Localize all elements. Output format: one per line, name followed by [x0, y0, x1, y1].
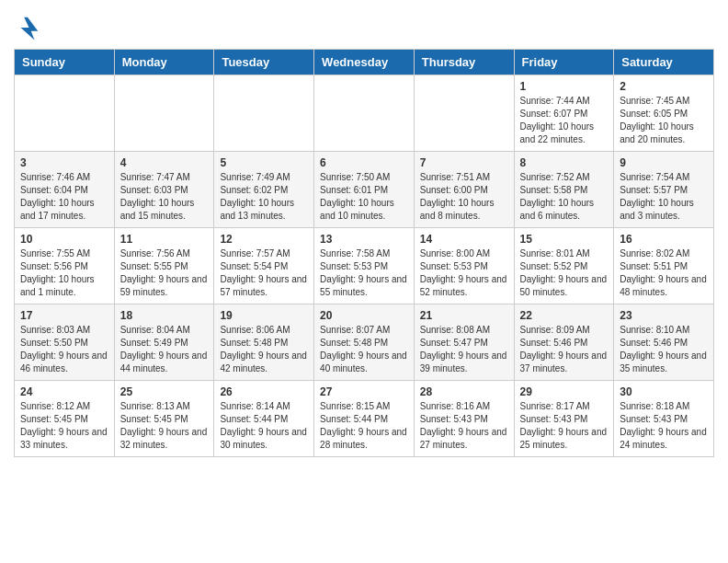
day-number: 25 [120, 385, 209, 398]
day-number: 21 [420, 309, 508, 322]
day-number: 28 [420, 385, 508, 398]
day-number: 29 [520, 385, 609, 398]
svg-marker-0 [21, 17, 39, 40]
day-cell: 24Sunrise: 8:12 AM Sunset: 5:45 PM Dayli… [15, 381, 115, 457]
day-info: Sunrise: 7:54 AM Sunset: 5:57 PM Dayligh… [620, 171, 708, 223]
day-cell [114, 75, 214, 152]
day-info: Sunrise: 7:49 AM Sunset: 6:02 PM Dayligh… [220, 171, 308, 223]
day-cell: 23Sunrise: 8:10 AM Sunset: 5:46 PM Dayli… [614, 304, 714, 381]
day-info: Sunrise: 8:16 AM Sunset: 5:43 PM Dayligh… [420, 400, 508, 452]
day-cell: 8Sunrise: 7:52 AM Sunset: 5:58 PM Daylig… [514, 152, 614, 228]
logo-icon [14, 14, 41, 41]
day-number: 1 [520, 80, 609, 93]
day-number: 11 [120, 233, 209, 246]
day-info: Sunrise: 7:51 AM Sunset: 6:00 PM Dayligh… [420, 171, 508, 223]
day-number: 13 [320, 233, 408, 246]
header-cell-tuesday: Tuesday [214, 50, 314, 75]
day-cell: 30Sunrise: 8:18 AM Sunset: 5:43 PM Dayli… [614, 381, 714, 457]
day-info: Sunrise: 8:00 AM Sunset: 5:53 PM Dayligh… [420, 247, 508, 299]
day-cell: 15Sunrise: 8:01 AM Sunset: 5:52 PM Dayli… [514, 228, 614, 304]
day-cell: 4Sunrise: 7:47 AM Sunset: 6:03 PM Daylig… [114, 152, 214, 228]
day-cell: 2Sunrise: 7:45 AM Sunset: 6:05 PM Daylig… [614, 75, 714, 152]
day-info: Sunrise: 7:50 AM Sunset: 6:01 PM Dayligh… [320, 171, 408, 223]
day-number: 4 [120, 156, 209, 169]
day-number: 24 [20, 385, 108, 398]
day-info: Sunrise: 8:13 AM Sunset: 5:45 PM Dayligh… [120, 400, 209, 452]
day-info: Sunrise: 7:55 AM Sunset: 5:56 PM Dayligh… [20, 247, 108, 299]
day-info: Sunrise: 8:07 AM Sunset: 5:48 PM Dayligh… [320, 324, 408, 375]
day-info: Sunrise: 8:14 AM Sunset: 5:44 PM Dayligh… [220, 400, 308, 452]
day-info: Sunrise: 7:45 AM Sunset: 6:05 PM Dayligh… [620, 95, 708, 146]
header-cell-saturday: Saturday [614, 50, 714, 75]
day-info: Sunrise: 8:15 AM Sunset: 5:44 PM Dayligh… [320, 400, 408, 452]
day-info: Sunrise: 8:06 AM Sunset: 5:48 PM Dayligh… [220, 324, 308, 375]
day-cell: 7Sunrise: 7:51 AM Sunset: 6:00 PM Daylig… [414, 152, 514, 228]
day-info: Sunrise: 7:46 AM Sunset: 6:04 PM Dayligh… [20, 171, 108, 223]
day-cell: 19Sunrise: 8:06 AM Sunset: 5:48 PM Dayli… [214, 304, 314, 381]
week-row-1: 1Sunrise: 7:44 AM Sunset: 6:07 PM Daylig… [15, 75, 714, 152]
day-number: 10 [20, 233, 108, 246]
day-number: 30 [620, 385, 708, 398]
day-info: Sunrise: 8:10 AM Sunset: 5:46 PM Dayligh… [620, 324, 708, 375]
day-info: Sunrise: 8:04 AM Sunset: 5:49 PM Dayligh… [120, 324, 209, 375]
calendar-body: 1Sunrise: 7:44 AM Sunset: 6:07 PM Daylig… [15, 75, 714, 457]
day-cell: 20Sunrise: 8:07 AM Sunset: 5:48 PM Dayli… [314, 304, 415, 381]
day-number: 14 [420, 233, 508, 246]
day-cell [314, 75, 415, 152]
day-info: Sunrise: 8:18 AM Sunset: 5:43 PM Dayligh… [620, 400, 708, 452]
header-row: SundayMondayTuesdayWednesdayThursdayFrid… [15, 50, 714, 75]
day-cell: 10Sunrise: 7:55 AM Sunset: 5:56 PM Dayli… [15, 228, 115, 304]
day-info: Sunrise: 8:01 AM Sunset: 5:52 PM Dayligh… [520, 247, 609, 299]
page-header [14, 9, 714, 41]
day-info: Sunrise: 7:57 AM Sunset: 5:54 PM Dayligh… [220, 247, 308, 299]
day-cell: 11Sunrise: 7:56 AM Sunset: 5:55 PM Dayli… [114, 228, 214, 304]
day-cell: 13Sunrise: 7:58 AM Sunset: 5:53 PM Dayli… [314, 228, 415, 304]
day-info: Sunrise: 8:12 AM Sunset: 5:45 PM Dayligh… [20, 400, 108, 452]
day-number: 17 [20, 309, 108, 322]
day-number: 18 [120, 309, 209, 322]
day-cell: 5Sunrise: 7:49 AM Sunset: 6:02 PM Daylig… [214, 152, 314, 228]
day-cell: 6Sunrise: 7:50 AM Sunset: 6:01 PM Daylig… [314, 152, 415, 228]
day-cell: 16Sunrise: 8:02 AM Sunset: 5:51 PM Dayli… [614, 228, 714, 304]
logo [14, 14, 45, 41]
calendar-table: SundayMondayTuesdayWednesdayThursdayFrid… [14, 49, 714, 457]
day-info: Sunrise: 8:09 AM Sunset: 5:46 PM Dayligh… [520, 324, 609, 375]
day-info: Sunrise: 8:03 AM Sunset: 5:50 PM Dayligh… [20, 324, 108, 375]
day-cell: 9Sunrise: 7:54 AM Sunset: 5:57 PM Daylig… [614, 152, 714, 228]
header-cell-thursday: Thursday [414, 50, 514, 75]
day-number: 23 [620, 309, 708, 322]
day-cell: 3Sunrise: 7:46 AM Sunset: 6:04 PM Daylig… [15, 152, 115, 228]
calendar-header: SundayMondayTuesdayWednesdayThursdayFrid… [15, 50, 714, 75]
day-number: 26 [220, 385, 308, 398]
day-info: Sunrise: 7:56 AM Sunset: 5:55 PM Dayligh… [120, 247, 209, 299]
day-cell: 26Sunrise: 8:14 AM Sunset: 5:44 PM Dayli… [214, 381, 314, 457]
day-info: Sunrise: 7:52 AM Sunset: 5:58 PM Dayligh… [520, 171, 609, 223]
day-number: 2 [620, 80, 708, 93]
day-number: 27 [320, 385, 408, 398]
day-cell [15, 75, 115, 152]
header-cell-friday: Friday [514, 50, 614, 75]
day-cell: 14Sunrise: 8:00 AM Sunset: 5:53 PM Dayli… [414, 228, 514, 304]
header-cell-monday: Monday [114, 50, 214, 75]
day-number: 12 [220, 233, 308, 246]
week-row-5: 24Sunrise: 8:12 AM Sunset: 5:45 PM Dayli… [15, 381, 714, 457]
day-cell: 18Sunrise: 8:04 AM Sunset: 5:49 PM Dayli… [114, 304, 214, 381]
day-info: Sunrise: 7:47 AM Sunset: 6:03 PM Dayligh… [120, 171, 209, 223]
header-cell-sunday: Sunday [15, 50, 115, 75]
day-cell: 29Sunrise: 8:17 AM Sunset: 5:43 PM Dayli… [514, 381, 614, 457]
day-cell: 21Sunrise: 8:08 AM Sunset: 5:47 PM Dayli… [414, 304, 514, 381]
week-row-3: 10Sunrise: 7:55 AM Sunset: 5:56 PM Dayli… [15, 228, 714, 304]
day-number: 3 [20, 156, 108, 169]
day-number: 19 [220, 309, 308, 322]
day-number: 16 [620, 233, 708, 246]
day-cell [414, 75, 514, 152]
day-number: 20 [320, 309, 408, 322]
day-number: 22 [520, 309, 609, 322]
week-row-2: 3Sunrise: 7:46 AM Sunset: 6:04 PM Daylig… [15, 152, 714, 228]
day-cell [214, 75, 314, 152]
day-info: Sunrise: 8:02 AM Sunset: 5:51 PM Dayligh… [620, 247, 708, 299]
day-info: Sunrise: 7:58 AM Sunset: 5:53 PM Dayligh… [320, 247, 408, 299]
day-cell: 17Sunrise: 8:03 AM Sunset: 5:50 PM Dayli… [15, 304, 115, 381]
day-number: 15 [520, 233, 609, 246]
day-cell: 28Sunrise: 8:16 AM Sunset: 5:43 PM Dayli… [414, 381, 514, 457]
